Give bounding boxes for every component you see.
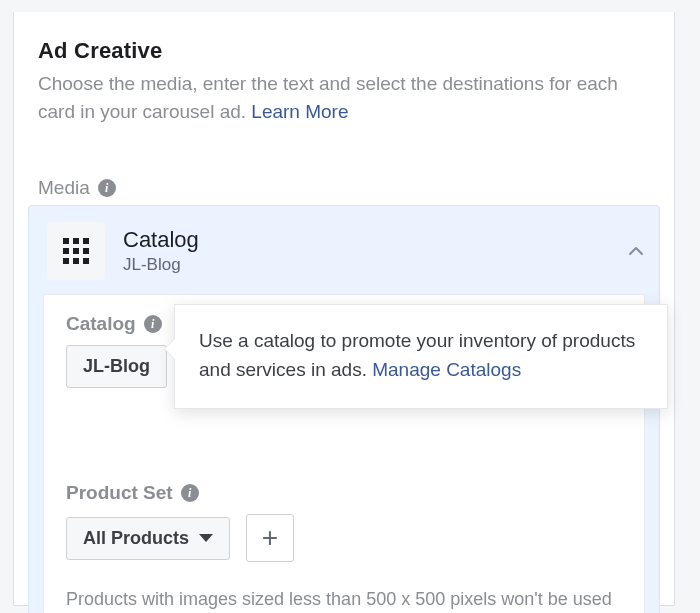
- product-helper-text: Products with images sized less than 500…: [66, 586, 622, 613]
- manage-catalogs-link[interactable]: Manage Catalogs: [372, 359, 521, 380]
- catalog-label: Catalog: [66, 313, 136, 335]
- catalog-title-group: Catalog JL-Blog: [123, 227, 199, 275]
- tooltip-arrow-icon: [165, 339, 175, 359]
- media-label-row: Media i: [14, 141, 674, 205]
- catalog-subtitle: JL-Blog: [123, 255, 199, 275]
- add-product-set-button[interactable]: +: [246, 514, 294, 562]
- info-icon[interactable]: i: [181, 484, 199, 502]
- chevron-up-icon[interactable]: [629, 244, 643, 258]
- product-set-label-row: Product Set i: [66, 482, 622, 504]
- product-set-dropdown[interactable]: All Products: [66, 517, 230, 560]
- catalog-panel: Catalog JL-Blog Catalog i JL-Blog: [28, 205, 660, 613]
- grid-icon: [63, 238, 89, 264]
- catalog-dropdown-value: JL-Blog: [83, 356, 150, 377]
- catalog-tooltip: Use a catalog to promote your inventory …: [174, 304, 668, 409]
- media-label: Media: [38, 177, 90, 199]
- product-helper-pre: Products with images sized less than 500…: [66, 589, 612, 613]
- info-icon[interactable]: i: [98, 179, 116, 197]
- info-icon[interactable]: i: [144, 315, 162, 333]
- catalog-dropdown[interactable]: JL-Blog: [66, 345, 167, 388]
- catalog-tile: [47, 222, 105, 280]
- section-title: Ad Creative: [14, 12, 674, 70]
- catalog-header[interactable]: Catalog JL-Blog: [29, 206, 659, 294]
- product-set-label: Product Set: [66, 482, 173, 504]
- learn-more-link[interactable]: Learn More: [251, 101, 348, 122]
- catalog-title: Catalog: [123, 227, 199, 253]
- section-subtitle: Choose the media, enter the text and sel…: [14, 70, 674, 141]
- product-set-dropdown-value: All Products: [83, 528, 189, 549]
- caret-down-icon: [199, 534, 213, 542]
